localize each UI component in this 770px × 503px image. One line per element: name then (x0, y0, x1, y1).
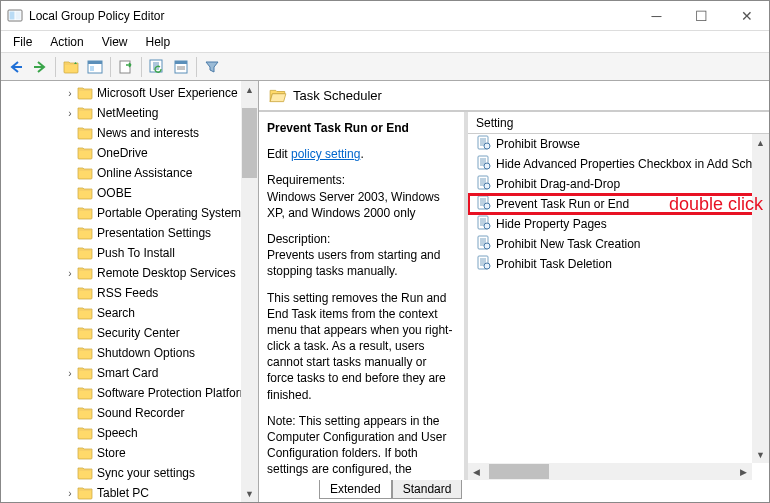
titlebar: Local Group Policy Editor ─ ☐ ✕ (1, 1, 769, 31)
refresh-button[interactable] (146, 56, 168, 78)
back-button[interactable] (5, 56, 27, 78)
chevron-right-icon[interactable]: › (63, 88, 77, 99)
app-window: Local Group Policy Editor ─ ☐ ✕ File Act… (0, 0, 770, 503)
policy-icon (476, 215, 492, 234)
tree-item[interactable]: News and interests (1, 123, 258, 143)
policy-icon (476, 255, 492, 274)
tree-item[interactable]: Store (1, 443, 258, 463)
tab-standard[interactable]: Standard (392, 480, 463, 499)
tree-item-label: Online Assistance (97, 166, 192, 180)
tree-item[interactable]: OneDrive (1, 143, 258, 163)
setting-item[interactable]: Hide Property Pages (468, 214, 769, 234)
scroll-up-icon[interactable]: ▲ (241, 81, 258, 98)
folder-icon (77, 405, 93, 421)
setting-item[interactable]: Prohibit Browse (468, 134, 769, 154)
setting-item[interactable]: Hide Advanced Properties Checkbox in Add… (468, 154, 769, 174)
description-paragraph-1: This setting removes the Run and End Tas… (267, 290, 456, 403)
chevron-right-icon[interactable]: › (63, 108, 77, 119)
setting-item[interactable]: Prohibit New Task Creation (468, 234, 769, 254)
tree-item[interactable]: Sync your settings (1, 463, 258, 483)
properties-button[interactable] (170, 56, 192, 78)
setting-label: Hide Property Pages (496, 217, 607, 231)
right-pane: Task Scheduler Prevent Task Run or End E… (259, 81, 769, 502)
folder-icon (77, 225, 93, 241)
tree-item-label: Search (97, 306, 135, 320)
setting-item[interactable]: Prohibit Drag-and-Drop (468, 174, 769, 194)
svg-rect-12 (120, 61, 130, 73)
policy-icon (476, 175, 492, 194)
tab-extended[interactable]: Extended (319, 480, 392, 499)
scroll-right-icon[interactable]: ▶ (735, 463, 752, 480)
folder-icon (77, 105, 93, 121)
scroll-up-icon[interactable]: ▲ (752, 134, 769, 151)
selected-policy-name: Prevent Task Run or End (267, 120, 456, 136)
show-hide-tree-button[interactable] (84, 56, 106, 78)
policy-icon (476, 195, 492, 214)
menu-help[interactable]: Help (138, 33, 179, 51)
chevron-right-icon[interactable]: › (63, 268, 77, 279)
description-heading: Description: (267, 232, 330, 246)
chevron-right-icon[interactable]: › (63, 488, 77, 499)
folder-icon (77, 385, 93, 401)
menu-view[interactable]: View (94, 33, 136, 51)
tree-item[interactable]: Portable Operating System (1, 203, 258, 223)
tree-item[interactable]: ›Smart Card (1, 363, 258, 383)
policy-icon (476, 135, 492, 154)
tree-item[interactable]: Presentation Settings (1, 223, 258, 243)
forward-button[interactable] (29, 56, 51, 78)
filter-button[interactable] (201, 56, 223, 78)
tree-item[interactable]: ›Microsoft User Experience V (1, 83, 258, 103)
tree-item[interactable]: Push To Install (1, 243, 258, 263)
scroll-left-icon[interactable]: ◀ (468, 463, 485, 480)
folder-icon (77, 485, 93, 501)
maximize-button[interactable]: ☐ (679, 1, 724, 31)
scroll-thumb[interactable] (242, 108, 257, 178)
tree-item[interactable]: Speech (1, 423, 258, 443)
setting-label: Prohibit Drag-and-Drop (496, 177, 620, 191)
edit-label: Edit (267, 147, 291, 161)
tree-item[interactable]: Online Assistance (1, 163, 258, 183)
export-button[interactable] (115, 56, 137, 78)
view-tabs: Extended Standard (259, 480, 769, 502)
content-header: Task Scheduler (259, 81, 769, 111)
tree-item[interactable]: Sound Recorder (1, 403, 258, 423)
menu-file[interactable]: File (5, 33, 40, 51)
folder-icon (77, 245, 93, 261)
menu-action[interactable]: Action (42, 33, 91, 51)
tree-item-label: Shutdown Options (97, 346, 195, 360)
tree-item[interactable]: ›Remote Desktop Services (1, 263, 258, 283)
tree-item[interactable]: ›NetMeeting (1, 103, 258, 123)
tree-item[interactable]: ›Tablet PC (1, 483, 258, 502)
tree-item[interactable]: Shutdown Options (1, 343, 258, 363)
requirements-heading: Requirements: (267, 173, 345, 187)
tree-item[interactable]: RSS Feeds (1, 283, 258, 303)
tree-item[interactable]: Security Center (1, 323, 258, 343)
folder-icon (77, 85, 93, 101)
tree-item-label: Push To Install (97, 246, 175, 260)
scroll-down-icon[interactable]: ▼ (241, 485, 258, 502)
settings-list: Prohibit BrowseHide Advanced Properties … (468, 134, 769, 480)
close-button[interactable]: ✕ (724, 1, 769, 31)
main-splitter: ›Microsoft User Experience V›NetMeetingN… (1, 81, 769, 502)
tree-item[interactable]: Search (1, 303, 258, 323)
chevron-right-icon[interactable]: › (63, 368, 77, 379)
settings-pane: Setting Prohibit BrowseHide Advanced Pro… (468, 112, 769, 480)
tree-pane: ›Microsoft User Experience V›NetMeetingN… (1, 81, 259, 502)
scroll-thumb[interactable] (489, 464, 549, 479)
column-header-setting[interactable]: Setting (468, 112, 769, 134)
setting-label: Hide Advanced Properties Checkbox in Add… (496, 157, 769, 171)
minimize-button[interactable]: ─ (634, 1, 679, 31)
tree-item[interactable]: Software Protection Platform (1, 383, 258, 403)
edit-policy-link[interactable]: policy setting (291, 147, 360, 161)
tree-item-label: RSS Feeds (97, 286, 158, 300)
toolbar (1, 53, 769, 81)
setting-item[interactable]: Prohibit Task Deletion (468, 254, 769, 274)
settings-scroll-vertical[interactable]: ▲ ▼ (752, 134, 769, 463)
up-button[interactable] (60, 56, 82, 78)
settings-scroll-horizontal[interactable]: ◀ ▶ (468, 463, 752, 480)
tree-item[interactable]: OOBE (1, 183, 258, 203)
tree-item-label: Smart Card (97, 366, 158, 380)
scroll-down-icon[interactable]: ▼ (752, 446, 769, 463)
tree-scroll-vertical[interactable]: ▲▼ (241, 81, 258, 502)
folder-icon (77, 465, 93, 481)
